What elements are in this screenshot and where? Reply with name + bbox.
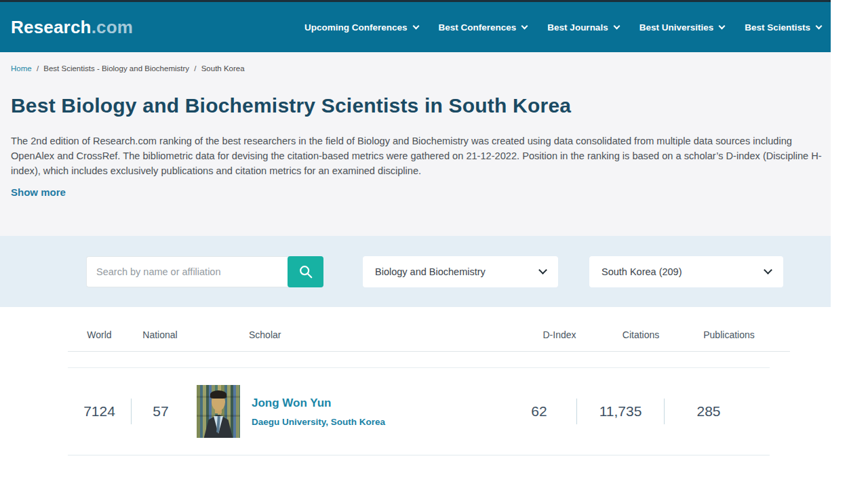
nav-item-best-scientists[interactable]: Best Scientists [745,22,821,33]
breadcrumb-separator: / [194,64,196,73]
search-button[interactable] [288,256,323,287]
chevron-down-icon [719,22,726,29]
nav-item-label: Upcoming Conferences [304,22,408,33]
dindex-value: 62 [502,403,576,420]
nav-item-label: Best Universities [639,22,714,33]
main-header: Research.com Upcoming Conferences Best C… [0,2,831,52]
column-header-scholar: Scholar [249,329,522,340]
chevron-down-icon [538,266,547,274]
column-header-dindex: D-Index [522,329,597,340]
column-header-citations: Citations [597,329,685,340]
chevron-down-icon [613,22,620,29]
country-dropdown-value: South Korea (209) [601,266,682,277]
breadcrumb: Home / Best Scientists - Biology and Bio… [11,64,820,73]
logo-primary: Research [11,17,92,37]
intro-section: Home / Best Scientists - Biology and Bio… [0,52,831,236]
page-title: Best Biology and Biochemistry Scientists… [11,93,820,119]
nav-item-best-conferences[interactable]: Best Conferences [439,22,528,33]
column-header-world: World [68,329,131,340]
show-more-link[interactable]: Show more [11,186,66,198]
scholar-affiliation: Daegu University, South Korea [252,417,385,427]
breadcrumb-home-link[interactable]: Home [11,64,32,73]
chevron-down-icon [764,266,772,274]
publications-value: 285 [665,403,753,420]
search-icon [298,264,313,279]
table-header-row: World National Scholar D-Index Citations… [68,307,790,352]
nav-item-best-journals[interactable]: Best Journals [547,22,618,33]
discipline-dropdown-value: Biology and Biochemistry [375,266,486,277]
nav-item-best-universities[interactable]: Best Universities [639,22,725,33]
column-header-publications: Publications [685,329,773,340]
search-group [86,256,323,287]
table-row: 7124 57 Jong Won Yun Daegu University, S… [68,367,770,455]
page-content: Research.com Upcoming Conferences Best C… [0,0,831,455]
photo-hair-shape [210,390,226,399]
world-rank-value: 7124 [68,403,131,420]
page-description: The 2nd edition of Research.com ranking … [11,134,825,178]
chevron-down-icon [816,22,823,29]
breadcrumb-category: Best Scientists - Biology and Biochemist… [43,64,189,73]
chevron-down-icon [521,22,528,29]
country-dropdown[interactable]: South Korea (209) [589,256,783,287]
research-logo[interactable]: Research.com [11,17,133,38]
discipline-dropdown[interactable]: Biology and Biochemistry [363,256,558,287]
nav-item-upcoming-conferences[interactable]: Upcoming Conferences [304,22,418,33]
column-header-national: National [131,329,189,340]
chevron-down-icon [412,22,419,29]
search-input[interactable] [86,256,290,287]
citations-value: 11,735 [577,403,664,420]
national-rank-value: 57 [132,403,190,420]
main-nav: Upcoming Conferences Best Conferences Be… [304,22,821,33]
logo-secondary: .com [92,17,133,37]
filter-bar: Biology and Biochemistry South Korea (20… [0,236,831,307]
nav-item-label: Best Conferences [439,22,517,33]
scholar-info: Jong Won Yun Daegu University, South Kor… [252,396,385,427]
breadcrumb-country: South Korea [201,64,245,73]
scholar-photo[interactable] [197,385,240,438]
nav-item-label: Best Scientists [745,22,810,33]
nav-item-label: Best Journals [547,22,608,33]
scholar-name-link[interactable]: Jong Won Yun [252,396,385,410]
breadcrumb-separator: / [37,64,39,73]
